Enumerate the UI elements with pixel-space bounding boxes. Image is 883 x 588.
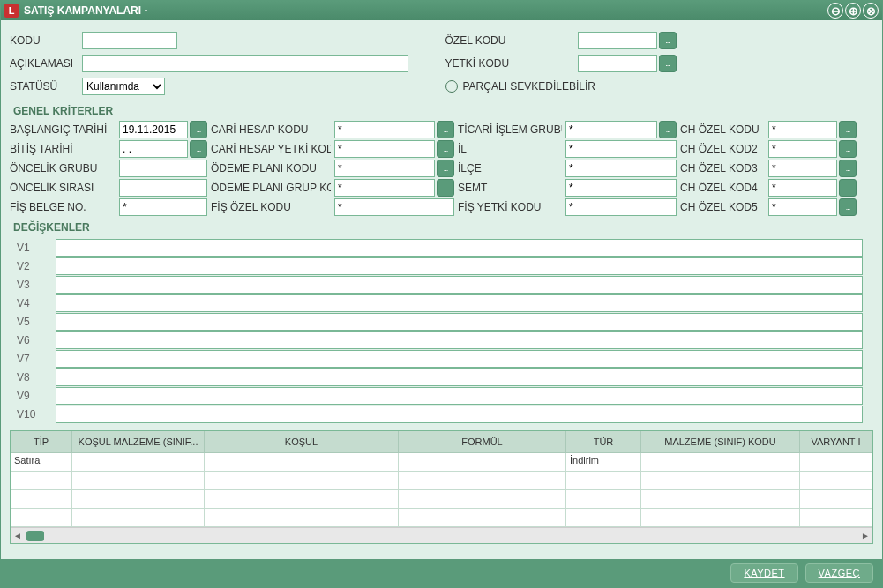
criteria-input[interactable] (119, 179, 207, 197)
cell-tur[interactable] (566, 490, 641, 508)
variable-input[interactable] (56, 257, 863, 275)
variable-input[interactable] (56, 350, 863, 368)
criteria-input[interactable] (565, 140, 677, 158)
cell-kosulm[interactable] (72, 453, 205, 471)
scroll-thumb[interactable] (26, 531, 44, 541)
aciklama-input[interactable] (82, 55, 408, 72)
maximize-button[interactable]: ⊕ (845, 3, 861, 19)
cell-varyant[interactable] (800, 472, 872, 489)
cell-tip[interactable] (11, 472, 72, 489)
cell-kosul[interactable] (205, 472, 399, 489)
cell-tip[interactable] (11, 490, 72, 508)
cell-formul[interactable] (399, 490, 566, 508)
variable-input[interactable] (56, 331, 863, 349)
horizontal-scrollbar[interactable]: ◄ ► (11, 527, 872, 543)
cell-formul[interactable] (399, 472, 566, 489)
yetki-kodu-lookup-button[interactable]: ... (659, 55, 677, 72)
scroll-right-icon[interactable]: ► (858, 529, 872, 543)
criteria-input[interactable] (565, 160, 677, 177)
parcali-radio[interactable] (445, 80, 458, 93)
cell-tur[interactable] (566, 472, 641, 489)
lookup-button[interactable]: ... (190, 140, 207, 158)
criteria-input[interactable] (768, 121, 837, 138)
scroll-left-icon[interactable]: ◄ (11, 529, 25, 543)
minimize-button[interactable]: ⊖ (827, 3, 843, 19)
lookup-button[interactable]: ... (190, 121, 207, 138)
lookup-button[interactable]: ... (839, 198, 857, 216)
cell-varyant[interactable] (800, 509, 872, 526)
table-row[interactable] (11, 472, 872, 490)
cell-varyant[interactable] (800, 490, 872, 508)
cell-tur[interactable] (566, 509, 641, 526)
save-button[interactable]: KAYDET (730, 563, 797, 583)
col-header-malzeme[interactable]: MALZEME (SINIF) KODU (641, 431, 800, 452)
cell-tur[interactable]: İndirim (566, 453, 641, 471)
variable-input[interactable] (56, 239, 863, 257)
ozel-kodu-input[interactable] (578, 32, 657, 49)
cancel-button[interactable]: VAZGEÇ (805, 563, 873, 583)
yetki-kodu-input[interactable] (578, 55, 657, 72)
lookup-button[interactable]: ... (437, 179, 454, 197)
lookup-button[interactable]: ... (839, 179, 857, 197)
criteria-input[interactable] (334, 198, 454, 216)
kodu-input[interactable] (82, 32, 177, 49)
criteria-input[interactable] (565, 121, 657, 138)
variable-input[interactable] (56, 294, 863, 312)
table-row[interactable] (11, 509, 872, 527)
cell-kosulm[interactable] (72, 490, 205, 508)
col-header-varyant[interactable]: VARYANT I (800, 431, 872, 452)
lookup-button[interactable]: ... (839, 160, 857, 177)
col-header-formul[interactable]: FORMÜL (399, 431, 566, 452)
variable-input[interactable] (56, 387, 863, 405)
lookup-button[interactable]: ... (839, 140, 857, 158)
lookup-button[interactable]: ... (659, 121, 677, 138)
criteria-input[interactable] (334, 140, 435, 158)
cell-kosul[interactable] (205, 509, 399, 526)
criteria-input[interactable] (768, 179, 837, 197)
variable-input[interactable] (56, 276, 863, 294)
criteria-input[interactable] (119, 160, 207, 177)
variable-input[interactable] (56, 406, 863, 423)
criteria-input[interactable] (565, 198, 677, 216)
criteria-input[interactable] (768, 160, 837, 177)
lookup-button[interactable]: ... (437, 140, 454, 158)
criteria-input[interactable] (334, 121, 435, 138)
criteria-input[interactable] (334, 160, 435, 177)
col-header-kosul-malzeme[interactable]: KOŞUL MALZEME (SINIF... (72, 431, 205, 452)
col-header-kosul[interactable]: KOŞUL (205, 431, 399, 452)
grid-body[interactable]: Satıraİndirim (11, 453, 872, 527)
cell-malzeme[interactable] (641, 453, 800, 471)
variable-input[interactable] (56, 368, 863, 386)
cell-kosulm[interactable] (72, 509, 205, 526)
lookup-button[interactable]: ... (437, 121, 454, 138)
cell-kosul[interactable] (205, 490, 399, 508)
col-header-tur[interactable]: TÜR (566, 431, 641, 452)
variable-input[interactable] (56, 313, 863, 331)
table-row[interactable]: Satıraİndirim (11, 453, 872, 472)
cell-kosul[interactable] (205, 453, 399, 471)
criteria-input[interactable] (119, 140, 188, 158)
cell-formul[interactable] (399, 509, 566, 526)
cell-kosulm[interactable] (72, 472, 205, 489)
cell-tip[interactable] (11, 509, 72, 526)
cell-varyant[interactable] (800, 453, 872, 471)
lookup-button[interactable]: ... (437, 160, 454, 177)
col-header-tip[interactable]: TİP (11, 431, 72, 452)
scroll-track[interactable] (25, 530, 858, 542)
criteria-input[interactable] (768, 198, 837, 216)
criteria-input[interactable] (334, 179, 435, 197)
table-row[interactable] (11, 490, 872, 509)
statu-select[interactable]: Kullanımda (82, 78, 165, 95)
cell-malzeme[interactable] (641, 509, 800, 526)
cell-malzeme[interactable] (641, 472, 800, 489)
cell-malzeme[interactable] (641, 490, 800, 508)
cell-formul[interactable] (399, 453, 566, 471)
criteria-input[interactable] (119, 121, 188, 138)
lookup-button[interactable]: ... (839, 121, 857, 138)
cell-tip[interactable]: Satıra (11, 453, 72, 471)
criteria-input[interactable] (119, 198, 207, 216)
criteria-input[interactable] (768, 140, 837, 158)
ozel-kodu-lookup-button[interactable]: ... (659, 32, 677, 49)
close-button[interactable]: ⊗ (863, 3, 879, 19)
criteria-input[interactable] (565, 179, 677, 197)
